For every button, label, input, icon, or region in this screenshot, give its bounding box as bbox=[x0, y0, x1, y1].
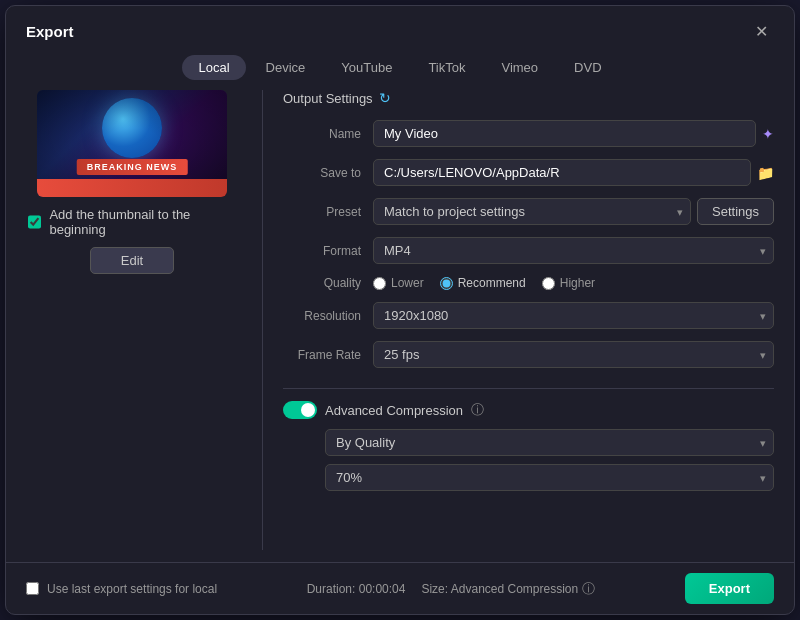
last-settings-label[interactable]: Use last export settings for local bbox=[47, 582, 217, 596]
bottom-left: Use last export settings for local bbox=[26, 582, 217, 596]
by-quality-select-wrap: By Quality bbox=[325, 429, 774, 456]
format-row: Format MP4 bbox=[283, 237, 774, 264]
tabs-bar: Local Device YouTube TikTok Vimeo DVD bbox=[6, 43, 794, 90]
quality-recommend-option[interactable]: Recommend bbox=[440, 276, 526, 290]
quality-label: Quality bbox=[283, 276, 373, 290]
modal-header: Export ✕ bbox=[6, 6, 794, 43]
tab-youtube[interactable]: YouTube bbox=[325, 55, 408, 80]
quality-radio-group: Lower Recommend Higher bbox=[373, 276, 774, 290]
preset-select[interactable]: Match to project settings bbox=[373, 198, 691, 225]
name-row: Name ✦ bbox=[283, 120, 774, 147]
quality-recommend-label: Recommend bbox=[458, 276, 526, 290]
preset-control: Match to project settings Settings bbox=[373, 198, 774, 225]
info-icon[interactable]: ⓘ bbox=[471, 401, 484, 419]
left-panel: BREAKING NEWS Add the thumbnail to the b… bbox=[22, 90, 242, 550]
by-quality-select[interactable]: By Quality bbox=[325, 429, 774, 456]
bottom-info: Duration: 00:00:04 Size: Advanced Compre… bbox=[307, 580, 596, 598]
advanced-header: Advanced Compression ⓘ bbox=[283, 401, 774, 419]
frame-rate-label: Frame Rate bbox=[283, 348, 373, 362]
refresh-icon[interactable]: ↻ bbox=[379, 90, 391, 106]
tab-dvd[interactable]: DVD bbox=[558, 55, 617, 80]
quality-lower-label: Lower bbox=[391, 276, 424, 290]
quality-row: Quality Lower Recommend High bbox=[283, 276, 774, 290]
quality-recommend-radio[interactable] bbox=[440, 277, 453, 290]
thumbnail-checkbox[interactable] bbox=[28, 215, 41, 229]
frame-rate-select[interactable]: 25 fps bbox=[373, 341, 774, 368]
breaking-news-badge: BREAKING NEWS bbox=[77, 159, 188, 175]
settings-button[interactable]: Settings bbox=[697, 198, 774, 225]
save-to-row: Save to 📁 bbox=[283, 159, 774, 186]
ai-icon[interactable]: ✦ bbox=[762, 126, 774, 142]
advanced-compression-section: Advanced Compression ⓘ By Quality 70% bbox=[283, 401, 774, 491]
quality-percent-select-wrap: 70% bbox=[325, 464, 774, 491]
resolution-row: Resolution 1920x1080 bbox=[283, 302, 774, 329]
thumbnail-checkbox-label[interactable]: Add the thumbnail to the beginning bbox=[49, 207, 242, 237]
tab-device[interactable]: Device bbox=[250, 55, 322, 80]
format-select[interactable]: MP4 bbox=[373, 237, 774, 264]
name-control: ✦ bbox=[373, 120, 774, 147]
duration-info: Duration: 00:00:04 bbox=[307, 582, 406, 596]
format-label: Format bbox=[283, 244, 373, 258]
main-content: BREAKING NEWS Add the thumbnail to the b… bbox=[6, 90, 794, 562]
resolution-control: 1920x1080 bbox=[373, 302, 774, 329]
save-to-input[interactable] bbox=[373, 159, 751, 186]
frame-rate-select-wrap: 25 fps bbox=[373, 341, 774, 368]
quality-lower-option[interactable]: Lower bbox=[373, 276, 424, 290]
separator bbox=[283, 388, 774, 389]
save-to-control: 📁 bbox=[373, 159, 774, 186]
advanced-selects: By Quality 70% bbox=[283, 429, 774, 491]
video-thumbnail: BREAKING NEWS bbox=[37, 90, 227, 197]
format-control: MP4 bbox=[373, 237, 774, 264]
quality-control: Lower Recommend Higher bbox=[373, 276, 774, 290]
preset-select-wrap: Match to project settings bbox=[373, 198, 691, 225]
last-settings-checkbox[interactable] bbox=[26, 582, 39, 595]
advanced-label: Advanced Compression bbox=[325, 403, 463, 418]
preset-row: Preset Match to project settings Setting… bbox=[283, 198, 774, 225]
vertical-divider bbox=[262, 90, 263, 550]
toggle-slider bbox=[283, 401, 317, 419]
tab-local[interactable]: Local bbox=[182, 55, 245, 80]
frame-rate-control: 25 fps bbox=[373, 341, 774, 368]
edit-button[interactable]: Edit bbox=[90, 247, 174, 274]
quality-higher-label: Higher bbox=[560, 276, 595, 290]
format-select-wrap: MP4 bbox=[373, 237, 774, 264]
name-input[interactable] bbox=[373, 120, 756, 147]
size-info-icon[interactable]: ⓘ bbox=[582, 580, 595, 598]
quality-higher-radio[interactable] bbox=[542, 277, 555, 290]
tab-tiktok[interactable]: TikTok bbox=[412, 55, 481, 80]
section-label: Output Settings ↻ bbox=[283, 90, 774, 106]
tab-vimeo[interactable]: Vimeo bbox=[485, 55, 554, 80]
quality-higher-option[interactable]: Higher bbox=[542, 276, 595, 290]
right-panel: Output Settings ↻ Name ✦ Save to 📁 bbox=[283, 90, 778, 550]
resolution-select[interactable]: 1920x1080 bbox=[373, 302, 774, 329]
folder-icon[interactable]: 📁 bbox=[757, 165, 774, 181]
quality-percent-select[interactable]: 70% bbox=[325, 464, 774, 491]
quality-lower-radio[interactable] bbox=[373, 277, 386, 290]
export-button[interactable]: Export bbox=[685, 573, 774, 604]
export-modal: Export ✕ Local Device YouTube TikTok Vim… bbox=[5, 5, 795, 615]
thumbnail-checkbox-row: Add the thumbnail to the beginning bbox=[22, 207, 242, 237]
resolution-label: Resolution bbox=[283, 309, 373, 323]
advanced-toggle[interactable] bbox=[283, 401, 317, 419]
preset-label: Preset bbox=[283, 205, 373, 219]
size-info: Size: Advanced Compression ⓘ bbox=[421, 580, 595, 598]
save-to-label: Save to bbox=[283, 166, 373, 180]
resolution-select-wrap: 1920x1080 bbox=[373, 302, 774, 329]
frame-rate-row: Frame Rate 25 fps bbox=[283, 341, 774, 368]
thumbnail-bottom-bar bbox=[37, 179, 227, 197]
bottom-bar: Use last export settings for local Durat… bbox=[6, 562, 794, 614]
close-button[interactable]: ✕ bbox=[749, 20, 774, 43]
modal-title: Export bbox=[26, 23, 74, 40]
name-label: Name bbox=[283, 127, 373, 141]
